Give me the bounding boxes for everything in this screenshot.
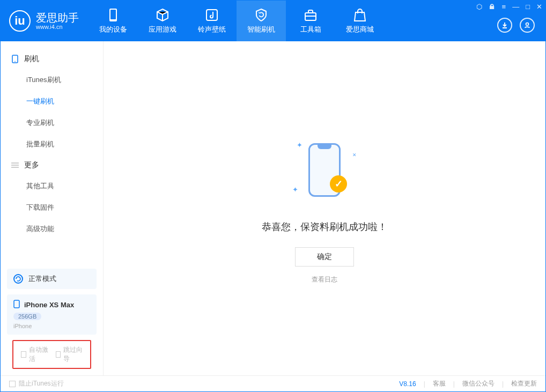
svg-rect-1 [110, 10, 116, 19]
app-title: 爱思助手 [36, 12, 79, 24]
check-update-link[interactable]: 检查更新 [511, 379, 537, 388]
sparkle-icon: ✦ [292, 186, 298, 194]
content: ✦ + ✦ ✓ 恭喜您，保资料刷机成功啦！ 确定 查看日志 [104, 41, 545, 375]
checkmark-badge-icon: ✓ [330, 175, 347, 193]
refresh-icon [13, 274, 23, 284]
highlighted-options: 自动激活 跳过向导 [12, 340, 91, 369]
checkbox-auto-activate[interactable]: 自动激活 [21, 345, 48, 364]
list-icon [11, 161, 19, 169]
sidebar-item-download-firmware[interactable]: 下载固件 [1, 197, 103, 218]
menu-icon[interactable]: ≡ [502, 3, 506, 11]
sparkle-icon: ✦ [297, 141, 302, 149]
cube-icon [156, 8, 169, 22]
device-card[interactable]: iPhone XS Max 256GB iPhone [7, 294, 97, 335]
maximize-button[interactable]: □ [526, 3, 530, 11]
sparkle-icon: + [350, 151, 359, 159]
storage-badge: 256GB [13, 313, 41, 320]
shirt-icon[interactable]: ⬡ [476, 3, 482, 11]
sidebar-item-pro-flash[interactable]: 专业刷机 [1, 112, 103, 134]
logo-icon: iu [9, 10, 31, 32]
nav-ringtones[interactable]: 铃声壁纸 [187, 1, 237, 41]
sidebar-item-batch-flash[interactable]: 批量刷机 [1, 134, 103, 155]
svg-point-7 [14, 61, 16, 62]
music-icon [205, 8, 219, 22]
header-actions [497, 18, 535, 33]
svg-rect-11 [14, 300, 19, 308]
version-label: V8.16 [399, 380, 416, 388]
status-bar: 阻止iTunes运行 V8.16 | 客服 | 微信公众号 | 检查更新 [1, 375, 545, 391]
wechat-link[interactable]: 微信公众号 [462, 379, 495, 388]
sidebar-item-advanced[interactable]: 高级功能 [1, 218, 103, 240]
minimize-button[interactable]: — [512, 3, 519, 11]
success-illustration: ✦ + ✦ ✓ [287, 132, 362, 208]
nav-my-device[interactable]: 我的设备 [88, 1, 138, 41]
nav-smart-flash[interactable]: 智能刷机 [237, 1, 286, 41]
support-link[interactable]: 客服 [433, 379, 446, 388]
app-url: www.i4.cn [36, 24, 79, 30]
sidebar-item-itunes-flash[interactable]: iTunes刷机 [1, 69, 103, 91]
sidebar-group-flash: 刷机 [1, 49, 103, 69]
nav-apps-games[interactable]: 应用游戏 [138, 1, 187, 41]
svg-rect-2 [206, 10, 217, 20]
success-message: 恭喜您，保资料刷机成功啦！ [262, 220, 387, 233]
sidebar: 刷机 iTunes刷机 一键刷机 专业刷机 批量刷机 更多 其他工具 下载固件 … [1, 41, 104, 375]
nav-toolbox[interactable]: 工具箱 [286, 1, 335, 41]
device-type: iPhone [13, 323, 90, 329]
sidebar-group-more: 更多 [1, 155, 103, 175]
nav-store[interactable]: 爱思商城 [335, 1, 385, 41]
ok-button[interactable]: 确定 [295, 247, 354, 267]
device-name: iPhone XS Max [24, 301, 74, 309]
nav: 我的设备 应用游戏 铃声壁纸 智能刷机 工具箱 爱思商城 [88, 1, 385, 41]
lock-icon[interactable]: 🔒︎ [489, 3, 496, 11]
user-button[interactable] [520, 18, 535, 33]
phone-small-icon [13, 300, 20, 310]
svg-point-5 [526, 23, 529, 26]
shield-refresh-icon [254, 8, 268, 22]
mode-card[interactable]: 正常模式 [7, 269, 97, 289]
mode-label: 正常模式 [28, 274, 56, 284]
phone-icon [106, 8, 120, 22]
sidebar-item-other-tools[interactable]: 其他工具 [1, 175, 103, 197]
bag-icon [353, 8, 367, 22]
header: iu 爱思助手 www.i4.cn 我的设备 应用游戏 铃声壁纸 智能刷机 工具… [1, 1, 545, 41]
device-icon [11, 55, 19, 63]
sidebar-item-oneclick-flash[interactable]: 一键刷机 [1, 91, 103, 112]
download-button[interactable] [497, 18, 512, 33]
close-button[interactable]: ✕ [536, 3, 542, 11]
checkbox-block-itunes[interactable]: 阻止iTunes运行 [9, 379, 64, 388]
checkbox-skip-guide[interactable]: 跳过向导 [56, 345, 83, 364]
view-log-link[interactable]: 查看日志 [312, 275, 337, 284]
logo: iu 爱思助手 www.i4.cn [1, 1, 88, 41]
window-controls: ⬡ 🔒︎ ≡ — □ ✕ [476, 3, 542, 11]
toolbox-icon [304, 8, 318, 22]
